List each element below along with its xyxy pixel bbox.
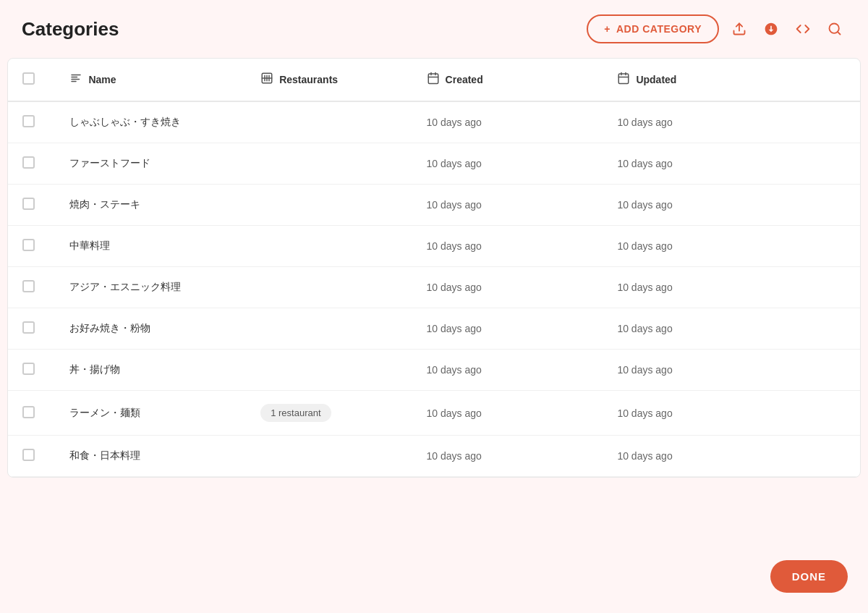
- row-actions-8: [793, 391, 860, 436]
- table-row: 焼肉・ステーキ 10 days ago 10 days ago: [8, 185, 860, 226]
- row-checkbox-6[interactable]: [22, 321, 35, 334]
- svg-line-2: [838, 32, 841, 35]
- row-checkbox-cell: [8, 226, 55, 267]
- table-row: お好み焼き・粉物 10 days ago 10 days ago: [8, 308, 860, 350]
- row-updated-2: 10 days ago: [603, 143, 793, 185]
- svg-rect-8: [428, 74, 438, 84]
- row-updated-8: 10 days ago: [603, 391, 793, 436]
- row-restaurants-5: [246, 267, 412, 308]
- search-icon: [827, 22, 842, 36]
- table-row: ファーストフード 10 days ago 10 days ago: [8, 143, 860, 185]
- row-actions-1: [793, 101, 860, 143]
- row-restaurants-1: [246, 101, 412, 143]
- table-row: 丼・揚げ物 10 days ago 10 days ago: [8, 350, 860, 391]
- row-name-1: しゃぶしゃぶ・すき焼き: [55, 101, 246, 143]
- row-updated-7: 10 days ago: [603, 350, 793, 391]
- row-checkbox-cell: [8, 308, 55, 350]
- row-restaurants-7: [246, 350, 412, 391]
- row-updated-4: 10 days ago: [603, 226, 793, 267]
- row-checkbox-2[interactable]: [22, 156, 35, 169]
- restaurants-column-label: Restaurants: [279, 74, 338, 85]
- row-actions-9: [793, 436, 860, 477]
- row-checkbox-3[interactable]: [22, 198, 35, 210]
- restaurant-badge: 1 restaurant: [260, 404, 331, 422]
- table-row: しゃぶしゃぶ・すき焼き 10 days ago 10 days ago: [8, 101, 860, 143]
- download-icon: [764, 22, 778, 36]
- row-checkbox-cell: [8, 436, 55, 477]
- row-restaurants-3: [246, 185, 412, 226]
- row-checkbox-7[interactable]: [22, 363, 35, 375]
- upload-icon: [732, 22, 746, 36]
- row-actions-5: [793, 267, 860, 308]
- row-checkbox-9[interactable]: [22, 449, 35, 461]
- search-button[interactable]: [823, 17, 846, 41]
- restaurants-column-icon: [260, 72, 273, 88]
- code-icon: [796, 22, 810, 36]
- row-updated-9: 10 days ago: [603, 436, 793, 477]
- download-button[interactable]: [760, 17, 783, 41]
- code-button[interactable]: [791, 17, 814, 41]
- row-name-6: お好み焼き・粉物: [55, 308, 246, 350]
- row-created-3: 10 days ago: [412, 185, 603, 226]
- svg-rect-12: [619, 74, 629, 84]
- select-all-checkbox[interactable]: [22, 72, 35, 85]
- row-name-7: 丼・揚げ物: [55, 350, 246, 391]
- row-checkbox-4[interactable]: [22, 239, 35, 251]
- table-row: ラーメン・麺類 1 restaurant 10 days ago 10 days…: [8, 391, 860, 436]
- row-actions-2: [793, 143, 860, 185]
- upload-button[interactable]: [728, 17, 751, 41]
- row-checkbox-cell: [8, 350, 55, 391]
- row-checkbox-8[interactable]: [22, 406, 35, 418]
- header-checkbox-cell: [8, 59, 55, 101]
- row-updated-5: 10 days ago: [603, 267, 793, 308]
- header-updated: Updated: [603, 59, 793, 101]
- created-column-icon: [427, 72, 440, 88]
- row-name-9: 和食・日本料理: [55, 436, 246, 477]
- row-created-7: 10 days ago: [412, 350, 603, 391]
- row-actions-3: [793, 185, 860, 226]
- row-restaurants-2: [246, 143, 412, 185]
- add-category-label: ADD CATEGORY: [616, 23, 702, 35]
- header-actions-col: [793, 59, 860, 101]
- done-button[interactable]: DONE: [770, 560, 848, 593]
- row-updated-6: 10 days ago: [603, 308, 793, 350]
- row-checkbox-cell: [8, 391, 55, 436]
- row-name-3: 焼肉・ステーキ: [55, 185, 246, 226]
- header-created: Created: [412, 59, 603, 101]
- row-checkbox-1[interactable]: [22, 115, 35, 127]
- row-created-2: 10 days ago: [412, 143, 603, 185]
- row-created-1: 10 days ago: [412, 101, 603, 143]
- row-name-4: 中華料理: [55, 226, 246, 267]
- updated-column-icon: [617, 72, 630, 88]
- table-body: しゃぶしゃぶ・すき焼き 10 days ago 10 days ago ファース…: [8, 101, 860, 477]
- row-restaurants-9: [246, 436, 412, 477]
- row-created-6: 10 days ago: [412, 308, 603, 350]
- row-restaurants-6: [246, 308, 412, 350]
- table-row: アジア・エスニック料理 10 days ago 10 days ago: [8, 267, 860, 308]
- row-restaurants-4: [246, 226, 412, 267]
- plus-icon: +: [604, 23, 610, 35]
- row-actions-4: [793, 226, 860, 267]
- table-header-row: Name Restaurants: [8, 59, 860, 101]
- row-name-8: ラーメン・麺類: [55, 391, 246, 436]
- row-actions-7: [793, 350, 860, 391]
- row-checkbox-5[interactable]: [22, 280, 35, 292]
- row-name-2: ファーストフード: [55, 143, 246, 185]
- row-checkbox-cell: [8, 101, 55, 143]
- row-checkbox-cell: [8, 185, 55, 226]
- page-title: Categories: [22, 18, 119, 41]
- row-created-4: 10 days ago: [412, 226, 603, 267]
- row-checkbox-cell: [8, 267, 55, 308]
- row-updated-3: 10 days ago: [603, 185, 793, 226]
- add-category-button[interactable]: + ADD CATEGORY: [587, 14, 719, 43]
- categories-table: Name Restaurants: [8, 59, 860, 477]
- row-created-5: 10 days ago: [412, 267, 603, 308]
- row-updated-1: 10 days ago: [603, 101, 793, 143]
- updated-column-label: Updated: [636, 74, 676, 85]
- name-column-label: Name: [88, 74, 116, 85]
- row-created-8: 10 days ago: [412, 391, 603, 436]
- table-row: 中華料理 10 days ago 10 days ago: [8, 226, 860, 267]
- row-actions-6: [793, 308, 860, 350]
- table-row: 和食・日本料理 10 days ago 10 days ago: [8, 436, 860, 477]
- header-restaurants: Restaurants: [246, 59, 412, 101]
